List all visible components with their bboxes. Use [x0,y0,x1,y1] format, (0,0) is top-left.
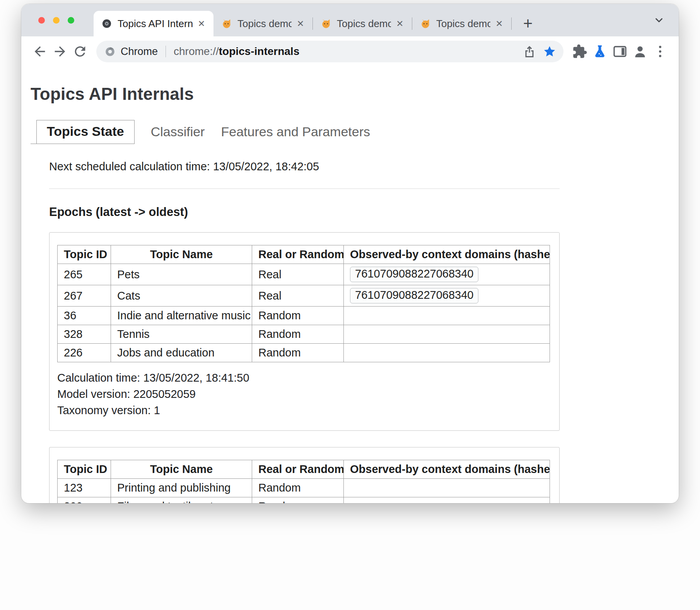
browser-tab-topics-demo-3[interactable]: Topics demo ✕ [412,11,511,36]
window-zoom-button[interactable] [68,17,74,24]
tab-close-icon[interactable]: ✕ [493,17,506,30]
url-scheme: chrome:// [174,45,219,57]
search-engine-label: Chrome [121,46,158,58]
col-topic-name: Topic Name [111,245,252,264]
real-or-random: Random [252,307,344,325]
topic-id: 36 [58,307,111,325]
table-row: 200 Fibre and textile arts Random [58,497,550,504]
tab-title: Topics demo [237,18,292,30]
bookmark-star-icon[interactable] [540,41,560,62]
url-host: topics-internals [219,45,299,57]
tab-title: Topics API Internals [118,18,193,30]
real-or-random: Real [252,285,344,307]
table-row: 328 Tennis Random [58,325,550,344]
model-version: Model version: 2205052059 [57,388,550,401]
tab-divider [511,17,512,30]
page-tab-bar: Topics State Classifier Features and Par… [31,120,663,144]
side-panel-button[interactable] [610,41,630,62]
real-or-random: Random [252,325,344,344]
real-or-random: Random [252,497,344,504]
topic-id: 267 [58,285,111,307]
tab-topics-state[interactable]: Topics State [36,120,135,144]
url-text: chrome://topics-internals [174,45,299,58]
col-real-or-random: Real or Random [252,460,344,479]
new-tab-button[interactable]: + [517,13,539,34]
observed-domains-cell [344,479,550,497]
cat-favicon-icon [420,18,431,29]
tab-features-and-parameters[interactable]: Features and Parameters [221,121,370,144]
tab-strip: Topics API Internals ✕ Topics demo ✕ Top… [21,4,679,36]
profile-avatar-icon[interactable] [630,41,650,62]
tab-close-icon[interactable]: ✕ [195,17,208,30]
table-row: 36 Indie and alternative music Random [58,307,550,325]
table-row: 226 Jobs and education Random [58,344,550,362]
epochs-heading: Epochs (latest -> oldest) [49,205,560,219]
back-button[interactable] [30,41,50,62]
window-controls [21,4,94,36]
real-or-random: Real [252,264,344,285]
topic-name: Jobs and education [111,344,252,362]
topic-id: 265 [58,264,111,285]
chrome-logo-icon [105,46,115,57]
reload-button[interactable] [70,41,90,62]
experiments-flask-icon[interactable] [590,41,610,62]
tab-close-icon[interactable]: ✕ [393,17,406,30]
share-button[interactable] [519,41,540,62]
table-row: 267 Cats Real 7610709088227068340 [58,285,550,307]
window-minimize-button[interactable] [53,17,60,24]
forward-button[interactable] [50,41,70,62]
observed-domains-cell [344,497,550,504]
tab-classifier[interactable]: Classifier [151,121,205,144]
tab-title: Topics demo [436,18,490,30]
taxonomy-version: Taxonomy version: 1 [57,404,550,417]
address-separator [166,46,166,57]
table-header-row: Topic ID Topic Name Real or Random Obser… [58,460,550,479]
observed-domains-cell [344,325,550,344]
table-row: 265 Pets Real 7610709088227068340 [58,264,550,285]
observed-domains-cell [344,344,550,362]
epoch-table-1: Topic ID Topic Name Real or Random Obser… [57,245,550,362]
topic-name: Indie and alternative music [111,307,252,325]
observed-domains-cell: 7610709088227068340 [344,285,550,307]
topic-id: 123 [58,479,111,497]
topic-name: Printing and publishing [111,479,252,497]
browser-tab-topics-demo-1[interactable]: Topics demo ✕ [213,11,312,36]
page-title: Topics API Internals [31,84,663,104]
cat-favicon-icon [221,18,232,29]
col-observed-domains: Observed-by context domains (hashed) [344,245,550,264]
hashed-domain-chip: 7610709088227068340 [350,267,478,282]
menu-kebab-icon[interactable] [650,41,670,62]
epoch-card-1: Topic ID Topic Name Real or Random Obser… [49,232,560,431]
internals-favicon-icon [101,18,112,29]
tab-list-chevron-icon[interactable] [653,14,665,26]
real-or-random: Random [252,479,344,497]
epoch-table-2: Topic ID Topic Name Real or Random Obser… [57,460,550,503]
next-calculation-time: Next scheduled calculation time: 13/05/2… [49,160,560,173]
col-observed-domains: Observed-by context domains (hashed) [344,460,550,479]
col-topic-name: Topic Name [111,460,252,479]
address-bar[interactable]: Chrome chrome://topics-internals [96,41,563,62]
tab-close-icon[interactable]: ✕ [294,17,307,30]
topic-name: Pets [111,264,252,285]
table-row: 123 Printing and publishing Random [58,479,550,497]
browser-window: Topics API Internals ✕ Topics demo ✕ Top… [21,4,679,503]
epoch-metadata: Calculation time: 13/05/2022, 18:41:50 M… [57,372,550,417]
extensions-button[interactable] [570,41,590,62]
epoch-card-2: Topic ID Topic Name Real or Random Obser… [49,447,560,503]
col-topic-id: Topic ID [58,460,111,479]
table-header-row: Topic ID Topic Name Real or Random Obser… [58,245,550,264]
observed-domains-cell: 7610709088227068340 [344,264,550,285]
tab-title: Topics demo [337,18,391,30]
topic-id: 328 [58,325,111,344]
browser-tab-topics-internals[interactable]: Topics API Internals ✕ [94,11,213,36]
hashed-domain-chip: 7610709088227068340 [350,288,478,303]
col-real-or-random: Real or Random [252,245,344,264]
topic-id: 226 [58,344,111,362]
window-close-button[interactable] [38,17,45,24]
topic-id: 200 [58,497,111,504]
observed-domains-cell [344,307,550,325]
browser-tab-topics-demo-2[interactable]: Topics demo ✕ [313,11,412,36]
topic-name: Fibre and textile arts [111,497,252,504]
topic-name: Cats [111,285,252,307]
col-topic-id: Topic ID [58,245,111,264]
